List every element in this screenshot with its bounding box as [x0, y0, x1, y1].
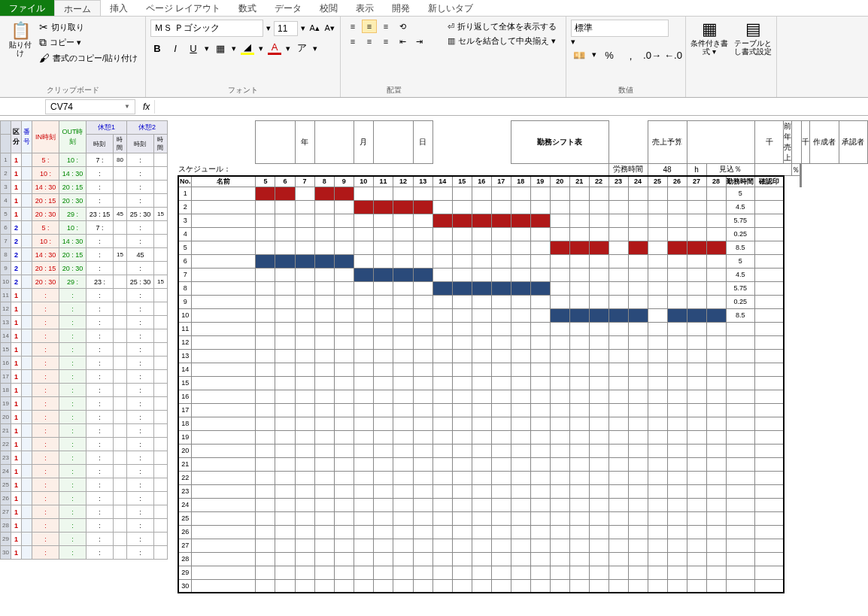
align-top-button[interactable]: ≡: [345, 20, 360, 33]
left-row[interactable]: 261::::: [1, 492, 168, 505]
gantt-row[interactable]: 11: [178, 322, 868, 335]
left-row[interactable]: 121::::: [1, 302, 168, 316]
left-row[interactable]: 5120 : 3029 :23 : 154525 : 3015: [1, 208, 168, 221]
ribbon-tab-7[interactable]: 表示: [347, 0, 383, 16]
gantt-row[interactable]: 24.5: [178, 200, 868, 214]
ribbon-tab-9[interactable]: 新しいタブ: [419, 0, 482, 16]
gantt-row[interactable]: 23: [178, 484, 868, 498]
left-row[interactable]: 111::::: [1, 289, 168, 302]
worksheet[interactable]: 区分番号IN時刻OUT時刻休憩1休憩2時刻時間時刻時間115 :10 :7 :8…: [0, 116, 868, 616]
merge-center-button[interactable]: ▥セルを結合して中央揃え ▾: [448, 35, 557, 47]
name-box[interactable]: CV74▼: [45, 99, 135, 114]
inc-decimal-button[interactable]: .0→: [643, 50, 660, 63]
left-row[interactable]: 3114 : 3020 : 15::: [1, 181, 168, 194]
left-row[interactable]: 171::::: [1, 370, 168, 384]
gantt-row[interactable]: 24: [178, 498, 868, 511]
left-row[interactable]: 281::::: [1, 519, 168, 533]
align-left-button[interactable]: ≡: [345, 35, 360, 48]
left-row[interactable]: 625 :10 :7 ::: [1, 221, 168, 235]
gantt-row[interactable]: 21: [178, 457, 868, 471]
ribbon-tab-5[interactable]: データ: [266, 0, 311, 16]
left-row[interactable]: 4120 : 1520 : 30::: [1, 194, 168, 208]
ribbon-tab-1[interactable]: ホーム: [54, 0, 101, 16]
gantt-row[interactable]: 29: [178, 566, 868, 579]
gantt-row[interactable]: 74.5: [178, 268, 868, 281]
dec-decimal-button[interactable]: ←.0: [664, 50, 681, 63]
left-row[interactable]: 221::::: [1, 438, 168, 451]
italic-button[interactable]: I: [168, 43, 182, 54]
gantt-row[interactable]: 13: [178, 349, 868, 363]
left-row[interactable]: 191::::: [1, 397, 168, 411]
gantt-row[interactable]: 25: [178, 511, 868, 525]
font-color-button[interactable]: A: [268, 41, 281, 55]
left-row[interactable]: 201::::: [1, 411, 168, 424]
left-row[interactable]: 291::::: [1, 533, 168, 546]
left-row[interactable]: 271::::: [1, 505, 168, 519]
ribbon-tab-2[interactable]: 挿入: [101, 0, 137, 16]
phonetic-button[interactable]: ア: [295, 41, 308, 55]
left-row[interactable]: 241::::: [1, 465, 168, 478]
gantt-row[interactable]: 14: [178, 363, 868, 376]
gantt-row[interactable]: 65: [178, 254, 868, 268]
paste-button[interactable]: 📋 貼り付け: [5, 20, 36, 65]
left-row[interactable]: 211::::: [1, 424, 168, 438]
left-row[interactable]: 7210 :14 : 30::: [1, 235, 168, 248]
left-row[interactable]: 161::::: [1, 357, 168, 370]
grow-font-button[interactable]: A▴: [308, 23, 320, 33]
comma-button[interactable]: ，: [622, 50, 639, 63]
gantt-row[interactable]: 19: [178, 430, 868, 444]
left-row[interactable]: 301::::: [1, 546, 168, 560]
left-row[interactable]: 2110 :14 : 30::: [1, 167, 168, 181]
cut-button[interactable]: ✂切り取り: [39, 21, 138, 33]
gantt-row[interactable]: 35.75: [178, 214, 868, 227]
gantt-row[interactable]: 15: [178, 187, 868, 200]
left-row[interactable]: 231::::: [1, 451, 168, 465]
gantt-row[interactable]: 22: [178, 471, 868, 484]
fill-color-button[interactable]: ◢: [241, 41, 254, 55]
gantt-row[interactable]: 20: [178, 444, 868, 457]
ribbon-tab-8[interactable]: 開発: [383, 0, 419, 16]
gantt-row[interactable]: 18: [178, 417, 868, 430]
font-size-combo[interactable]: 11: [274, 21, 298, 36]
orientation-button[interactable]: ⟲: [395, 20, 410, 33]
left-row[interactable]: 181::::: [1, 384, 168, 397]
left-row[interactable]: 9220 : 1520 : 30::: [1, 262, 168, 275]
gantt-row[interactable]: 90.25: [178, 295, 868, 308]
gantt-row[interactable]: 58.5: [178, 241, 868, 254]
font-name-combo[interactable]: ＭＳ Ｐゴシック: [150, 20, 263, 37]
left-row[interactable]: 151::::: [1, 343, 168, 357]
conditional-format-button[interactable]: ▦条件付き書式 ▾: [690, 20, 728, 56]
gantt-row[interactable]: 17: [178, 403, 868, 417]
percent-button[interactable]: %: [601, 50, 618, 63]
border-button[interactable]: ▦: [214, 43, 227, 54]
left-row[interactable]: 10220 : 3029 :23 :25 : 3015: [1, 275, 168, 289]
align-right-button[interactable]: ≡: [378, 35, 393, 48]
align-bottom-button[interactable]: ≡: [378, 20, 393, 33]
gantt-row[interactable]: 16: [178, 390, 868, 403]
left-row[interactable]: 251::::: [1, 478, 168, 492]
copy-button[interactable]: ⧉コピー ▾: [39, 36, 138, 49]
gantt-row[interactable]: 40.25: [178, 227, 868, 241]
left-row[interactable]: 115 :10 :7 :80:: [1, 153, 168, 167]
left-row[interactable]: 141::::: [1, 329, 168, 343]
dropdown-icon[interactable]: ▼: [124, 103, 130, 110]
gantt-row[interactable]: 85.75: [178, 281, 868, 295]
ribbon-tab-4[interactable]: 数式: [229, 0, 266, 16]
currency-button[interactable]: 💴: [571, 50, 587, 63]
shift-chart[interactable]: 年月日勤務シフト表売上予算千前年売上千作成者承認者スケジュール：労務時間48h見…: [178, 120, 868, 593]
fx-icon[interactable]: fx: [143, 102, 150, 112]
wrap-text-button[interactable]: ⏎折り返して全体を表示する: [448, 21, 557, 32]
format-as-table-button[interactable]: ▤テーブルとし書式設定: [734, 20, 772, 56]
ribbon-tab-0[interactable]: ファイル: [0, 0, 54, 16]
formula-input[interactable]: [154, 100, 605, 114]
gantt-row[interactable]: 30: [178, 579, 868, 593]
left-row[interactable]: 8214 : 3020 : 15:1545: [1, 248, 168, 262]
gantt-row[interactable]: 15: [178, 376, 868, 390]
left-data-table[interactable]: 区分番号IN時刻OUT時刻休憩1休憩2時刻時間時刻時間115 :10 :7 :8…: [0, 120, 168, 560]
gantt-row[interactable]: 108.5: [178, 308, 868, 322]
bold-button[interactable]: B: [150, 43, 164, 54]
gantt-row[interactable]: 28: [178, 552, 868, 566]
number-format-combo[interactable]: 標準: [571, 20, 669, 37]
indent-inc-button[interactable]: ⇥: [411, 35, 426, 48]
gantt-row[interactable]: 27: [178, 539, 868, 552]
